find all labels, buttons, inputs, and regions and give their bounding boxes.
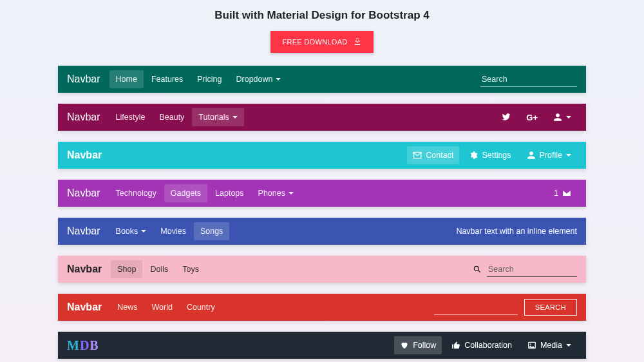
nav-item-technology[interactable]: Technology	[109, 184, 163, 202]
search-icon[interactable]	[473, 265, 482, 274]
navbar-indigo: Navbar Books Movies Songs Navbar text wi…	[58, 218, 586, 245]
caret-down-icon	[232, 116, 238, 119]
search-button[interactable]: SEARCH	[524, 299, 577, 316]
nav-item-news[interactable]: News	[111, 298, 144, 316]
free-download-button[interactable]: FREE DOWNLOAD	[270, 31, 373, 53]
svg-point-2	[530, 343, 531, 345]
nav-item-phones[interactable]: Phones	[252, 184, 300, 202]
search-input[interactable]	[434, 300, 518, 315]
profile-link[interactable]: Profile	[521, 146, 577, 164]
navbar-wine: Navbar Lifestyle Beauty Tutorials G+	[58, 104, 586, 131]
caret-down-icon	[566, 344, 571, 347]
brand[interactable]: Navbar	[67, 149, 102, 161]
caret-down-icon	[289, 192, 294, 195]
media-link[interactable]: Media	[522, 336, 577, 354]
brand[interactable]: Navbar	[67, 187, 100, 199]
nav-item-lifestyle[interactable]: Lifestyle	[109, 108, 152, 126]
nav-item-toys[interactable]: Toys	[176, 260, 205, 278]
navbar-green: Navbar Home Features Pricing Dropdown	[58, 66, 586, 93]
thumbs-up-icon	[451, 341, 460, 350]
download-label: FREE DOWNLOAD	[282, 38, 347, 46]
twitter-icon[interactable]	[496, 108, 516, 126]
envelope-icon	[413, 151, 422, 160]
page-title: Built with Material Design for Bootstrap…	[58, 9, 586, 22]
navbar-purple: Navbar Technology Gadgets Laptops Phones…	[58, 180, 586, 207]
search-input[interactable]	[487, 262, 577, 277]
user-dropdown[interactable]	[547, 108, 577, 126]
nav-item-dolls[interactable]: Dolls	[144, 260, 175, 278]
nav-item-beauty[interactable]: Beauty	[153, 108, 191, 126]
follow-link[interactable]: Follow	[394, 336, 442, 354]
brand[interactable]: Navbar	[67, 301, 102, 313]
svg-point-0	[474, 266, 478, 271]
contact-link[interactable]: Contact	[407, 146, 459, 164]
nav-item-books[interactable]: Books	[109, 222, 153, 240]
google-plus-icon[interactable]: G+	[520, 108, 544, 127]
nav-item-laptops[interactable]: Laptops	[209, 184, 250, 202]
collaboration-link[interactable]: Collaboration	[446, 336, 518, 354]
nav-item-gadgets[interactable]: Gadgets	[164, 184, 207, 202]
navbar-dark: MDB Follow Collaboration Media	[58, 332, 586, 359]
envelope-icon	[562, 189, 571, 198]
brand[interactable]: Navbar	[67, 73, 100, 85]
nav-item-movies[interactable]: Movies	[154, 222, 193, 240]
nav-item-dropdown[interactable]: Dropdown	[229, 70, 287, 88]
nav-item-home[interactable]: Home	[109, 70, 144, 88]
navbar-cyan: Navbar Contact Settings Profile	[58, 142, 586, 169]
settings-link[interactable]: Settings	[463, 146, 516, 164]
caret-down-icon	[276, 78, 281, 81]
download-icon	[353, 37, 362, 46]
navbar-pink: Navbar Shop Dolls Toys	[58, 256, 586, 283]
caret-down-icon	[141, 230, 146, 233]
mail-badge[interactable]: 1	[548, 184, 577, 202]
brand[interactable]: Navbar	[67, 225, 100, 237]
nav-item-shop[interactable]: Shop	[111, 260, 142, 278]
nav-item-pricing[interactable]: Pricing	[191, 70, 228, 88]
brand[interactable]: Navbar	[67, 111, 100, 123]
search-input[interactable]	[480, 72, 577, 87]
nav-item-songs[interactable]: Songs	[194, 222, 229, 240]
user-icon	[527, 151, 536, 160]
mdb-logo[interactable]: MDB	[67, 338, 99, 353]
gear-icon	[469, 151, 478, 160]
image-icon	[527, 341, 536, 350]
brand[interactable]: Navbar	[67, 263, 102, 275]
navbar-inline-text: Navbar text with an inline element	[456, 227, 577, 236]
nav-item-country[interactable]: Country	[180, 298, 222, 316]
caret-down-icon	[566, 154, 571, 157]
caret-down-icon	[566, 116, 571, 119]
nav-item-world[interactable]: World	[146, 298, 179, 316]
nav-item-features[interactable]: Features	[145, 70, 189, 88]
heart-icon	[400, 341, 409, 350]
nav-item-tutorials[interactable]: Tutorials	[192, 108, 243, 126]
navbar-red: Navbar News World Country SEARCH	[58, 294, 586, 321]
